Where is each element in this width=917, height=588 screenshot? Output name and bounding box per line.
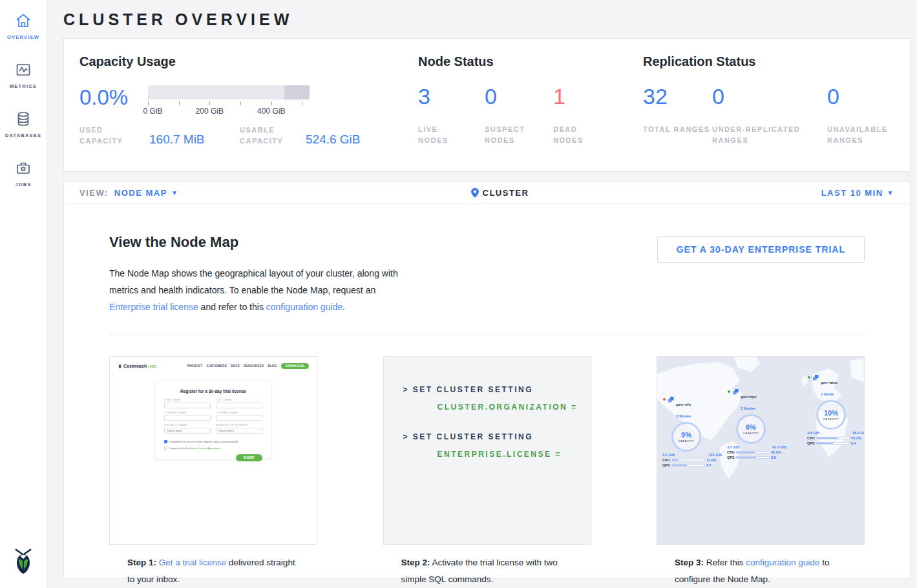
- dead-nodes-value: 1: [553, 85, 604, 107]
- cpu-value: 42.5%: [771, 450, 781, 454]
- step2-caption: Step 2: Activate the trial license with …: [384, 544, 591, 588]
- sql-command: > SET CLUSTER SETTING: [403, 432, 591, 441]
- capacity-percent: 9%: [681, 432, 691, 439]
- suspect-nodes-value: 0: [485, 85, 553, 107]
- sidebar-item-label: METRICS: [10, 83, 37, 89]
- step1-card: Cockroach LABS PRODUCT CUSTOMERS DOCS RE…: [109, 356, 317, 545]
- step-label: Step 2:: [401, 558, 430, 567]
- qps-value: 8.8: [771, 456, 776, 459]
- sidebar-item-databases[interactable]: DATABASES: [5, 110, 41, 138]
- mock-download-button: DOWNLOAD: [281, 363, 309, 369]
- gauge-tick-label: 0 GiB: [143, 107, 162, 116]
- view-mode-dropdown[interactable]: NODE MAP ▼: [114, 188, 178, 198]
- node-status-section: Node Status 3 LIVE NODES 0 SUSPECT NODES…: [418, 54, 643, 171]
- registration-site-thumbnail: Cockroach LABS PRODUCT CUSTOMERS DOCS RE…: [110, 357, 317, 544]
- sql-command: > SET CLUSTER SETTING: [403, 385, 591, 394]
- usable-capacity-label: USABLE CAPACITY: [240, 125, 306, 147]
- cpu-label: CPU: [807, 436, 815, 440]
- configuration-guide-link[interactable]: configuration guide: [746, 558, 819, 567]
- live-nodes-value: 3: [418, 85, 485, 107]
- dead-nodes-stat: 1 DEAD NODES: [553, 85, 604, 146]
- suspect-nodes-label: SUSPECT NODES: [485, 124, 535, 146]
- sql-setting: ENTERPRISE.LICENSE =: [403, 450, 591, 459]
- configuration-guide-link[interactable]: configuration guide: [266, 302, 343, 312]
- database-icon: [14, 110, 32, 128]
- page-title: CLUSTER OVERVIEW: [63, 10, 911, 29]
- description-text: .: [343, 302, 345, 312]
- under-replicated-value: 0: [712, 85, 827, 107]
- locality-badge-sfo: geo=sfo2 Nodes 9%CAPACITY 3.2 GiB351 GiB…: [662, 397, 722, 468]
- suspect-nodes-stat: 0 SUSPECT NODES: [485, 85, 553, 146]
- caption-text: Refer this: [704, 558, 746, 567]
- cluster-summary-panel: Capacity Usage 0.0% 0 GiB 200 GiB 400 Gi…: [63, 38, 911, 172]
- total-gib: 36.4 GiB: [852, 431, 864, 435]
- sql-commands-thumbnail: > SET CLUSTER SETTING CLUSTER.ORGANIZATI…: [384, 357, 591, 544]
- qps-label: QPS: [727, 456, 735, 459]
- mock-submit-button: SUBMIT: [236, 454, 262, 461]
- used-gib: 3.6 GiB: [807, 431, 819, 435]
- chevron-down-icon: ▼: [887, 189, 894, 196]
- used-gib: 3.2 GiB: [662, 453, 675, 457]
- step2-card: > SET CLUSTER SETTING CLUSTER.ORGANIZATI…: [383, 356, 591, 545]
- cpu-label: CPU: [662, 458, 670, 462]
- unavailable-ranges-value: 0: [827, 85, 898, 107]
- sidebar-item-jobs[interactable]: JOBS: [14, 159, 32, 187]
- mock-nav-item: DOCS: [231, 364, 240, 368]
- total-ranges-value: 32: [643, 85, 712, 107]
- mock-nav-item: RESOURCES: [244, 364, 264, 368]
- capacity-usage-section: Capacity Usage 0.0% 0 GiB 200 GiB 400 Gi…: [79, 54, 418, 171]
- mock-field-label: LAST NAME: [216, 399, 262, 401]
- cpu-value: 53.3%: [851, 436, 861, 440]
- time-range-dropdown[interactable]: LAST 10 MIN ▼: [821, 188, 894, 198]
- enterprise-trial-license-link[interactable]: Enterprise trial license: [109, 302, 198, 312]
- main-area: CLUSTER OVERVIEW Capacity Usage 0.0% 0 G…: [47, 0, 917, 588]
- scope-label: CLUSTER: [483, 188, 529, 198]
- locality-name: geo=ams: [821, 381, 838, 384]
- nodes-icon: [668, 397, 674, 403]
- capacity-percent: 10%: [824, 410, 838, 417]
- divider: [109, 335, 865, 335]
- node-map-description: The Node Map shows the geographical layo…: [109, 265, 413, 315]
- metrics-icon: [14, 61, 32, 79]
- mock-brand: Cockroach: [123, 364, 147, 368]
- cockroach-mini-logo-icon: [118, 363, 122, 369]
- mock-checkbox2-label: I agree to the Software License Agreemen…: [169, 446, 222, 450]
- locality-name: geo=nyc: [741, 395, 757, 399]
- node-status-title: Node Status: [418, 54, 643, 69]
- enterprise-trial-button[interactable]: GET A 30-DAY ENTERPRISE TRIAL: [657, 236, 865, 263]
- nodes-icon: [733, 389, 739, 395]
- home-icon: [14, 12, 32, 30]
- locality-nodes: 2 Nodes: [676, 414, 691, 418]
- get-trial-license-link[interactable]: Get a trial license: [159, 558, 226, 567]
- step3-card: geo=sfo2 Nodes 9%CAPACITY 3.2 GiB351 GiB…: [657, 356, 865, 545]
- live-status-dot: [807, 375, 811, 379]
- mock-brand-suffix: LABS: [148, 364, 156, 368]
- under-replicated-label: UNDER-REPLICATED RANGES: [712, 124, 827, 146]
- mock-form-title: Register for a 30-day trial license: [164, 389, 262, 394]
- sidebar-item-overview[interactable]: OVERVIEW: [7, 12, 39, 40]
- mock-field-label: COMPANY NAME: [164, 412, 211, 414]
- nodes-icon: [813, 375, 819, 381]
- node-map-content: View the Node Map The Node Map shows the…: [64, 204, 910, 578]
- total-ranges-stat: 32 TOTAL RANGES: [643, 85, 712, 146]
- unavailable-ranges-stat: 0 UNAVAILABLE RANGES: [827, 85, 898, 146]
- location-pin-icon: [471, 188, 479, 198]
- used-capacity-label: USED CAPACITY: [79, 125, 149, 147]
- node-map-panel: VIEW: NODE MAP ▼ CLUSTER LAST 10 MIN ▼: [63, 181, 911, 578]
- sidebar-item-metrics[interactable]: METRICS: [10, 61, 37, 89]
- locality-badge-nyc: geo=nyc2 Nodes 6%CAPACITY 3.7 GiB43.7 Gi…: [727, 389, 786, 461]
- node-map-thumbnail: geo=sfo2 Nodes 9%CAPACITY 3.2 GiB351 GiB…: [657, 357, 864, 544]
- locality-nodes: 2 Nodes: [741, 406, 755, 410]
- cockroachdb-logo: [10, 545, 36, 579]
- mock-field-label: FIRST NAME: [164, 399, 211, 401]
- locality-nodes: 1 Node: [821, 392, 834, 396]
- description-text: and refer to this: [198, 302, 266, 312]
- gauge-tick-label: 400 GiB: [257, 107, 285, 116]
- sidebar-item-label: OVERVIEW: [7, 34, 39, 40]
- capacity-label: CAPACITY: [743, 432, 759, 435]
- step-label: Step 1:: [127, 558, 156, 567]
- under-replicated-stat: 0 UNDER-REPLICATED RANGES: [712, 85, 827, 146]
- step3-caption: Step 3: Refer this configuration guide t…: [657, 544, 864, 588]
- qps-label: QPS: [807, 441, 815, 445]
- mock-field-label: PROJECT PHASE: [164, 424, 211, 426]
